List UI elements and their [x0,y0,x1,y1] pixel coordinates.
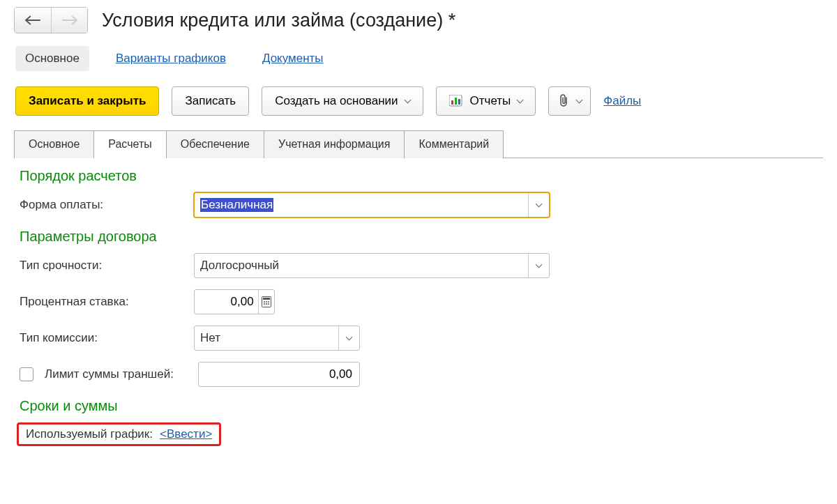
group-calculation-order: Порядок расчетов [20,168,823,184]
tab-strip: Основное Расчеты Обеспечение Учетная инф… [14,130,823,158]
enter-schedule-link[interactable]: <Ввести> [160,427,212,441]
page-title: Условия кредита или займа (создание) * [102,10,455,31]
payment-form-select[interactable]: Безналичная [194,192,550,217]
chevron-down-icon [404,97,411,104]
arrow-right-icon [62,15,77,25]
reports-label: Отчеты [470,94,511,108]
tab-collateral[interactable]: Обеспечение [166,130,264,158]
highlighted-region: Используемый график: <Ввести> [17,422,221,446]
commission-value: Нет [200,331,220,345]
svg-point-6 [264,301,265,303]
command-bar: Записать и закрыть Записать Создать на о… [14,86,823,116]
save-button[interactable]: Записать [172,86,249,116]
chevron-down-icon [517,97,524,104]
group-terms-sums: Сроки и суммы [20,398,823,414]
tranche-limit-checkbox[interactable] [20,367,33,381]
chevron-down-icon[interactable] [528,193,549,217]
tab-main[interactable]: Основное [14,130,94,158]
tab-comment[interactable]: Комментарий [404,130,504,158]
svg-rect-2 [455,98,457,105]
calculator-icon[interactable] [258,290,274,314]
rate-input-wrapper [194,289,275,314]
svg-rect-1 [451,100,453,105]
arrow-left-icon [25,15,40,25]
section-tab-main[interactable]: Основное [15,46,89,71]
tranche-limit-input[interactable] [198,362,360,387]
urgency-label: Тип срочности: [20,259,190,273]
svg-rect-3 [458,99,460,105]
svg-point-10 [266,303,267,305]
files-link[interactable]: Файлы [603,94,641,108]
rate-label: Процентная ставка: [20,295,190,309]
svg-rect-5 [263,298,270,300]
payment-form-label: Форма оплаты: [20,198,190,212]
bar-chart-icon [449,95,463,107]
commission-select[interactable]: Нет [194,326,360,351]
chevron-down-icon [576,97,583,104]
section-tabs: Основное Варианты графиков Документы [15,46,823,71]
nav-buttons [14,7,88,33]
chevron-down-icon[interactable] [528,254,549,277]
svg-point-8 [268,301,269,303]
paperclip-icon [557,94,570,108]
tab-accounting[interactable]: Учетная информация [264,130,405,158]
section-tab-documents[interactable]: Документы [252,46,333,71]
urgency-value: Долгосрочный [200,259,279,273]
rate-input[interactable] [195,295,258,309]
svg-point-9 [264,303,265,305]
used-schedule-label: Используемый график: [26,427,153,441]
tab-calculations[interactable]: Расчеты [93,130,166,158]
forward-button[interactable] [51,8,87,33]
section-tab-schedules[interactable]: Варианты графиков [106,46,236,71]
reports-button[interactable]: Отчеты [436,86,536,116]
svg-point-7 [266,301,267,303]
create-based-label: Создать на основании [275,94,398,108]
payment-form-value: Безналичная [200,198,273,212]
urgency-select[interactable]: Долгосрочный [194,253,550,278]
chevron-down-icon[interactable] [338,326,359,350]
save-close-button[interactable]: Записать и закрыть [15,86,159,116]
attachments-button[interactable] [548,86,591,116]
commission-label: Тип комиссии: [20,331,190,345]
svg-point-11 [268,303,269,305]
create-based-button[interactable]: Создать на основании [262,86,423,116]
group-contract-params: Параметры договора [20,229,823,245]
tranche-limit-label: Лимит суммы траншей: [45,367,194,381]
back-button[interactable] [15,8,51,33]
